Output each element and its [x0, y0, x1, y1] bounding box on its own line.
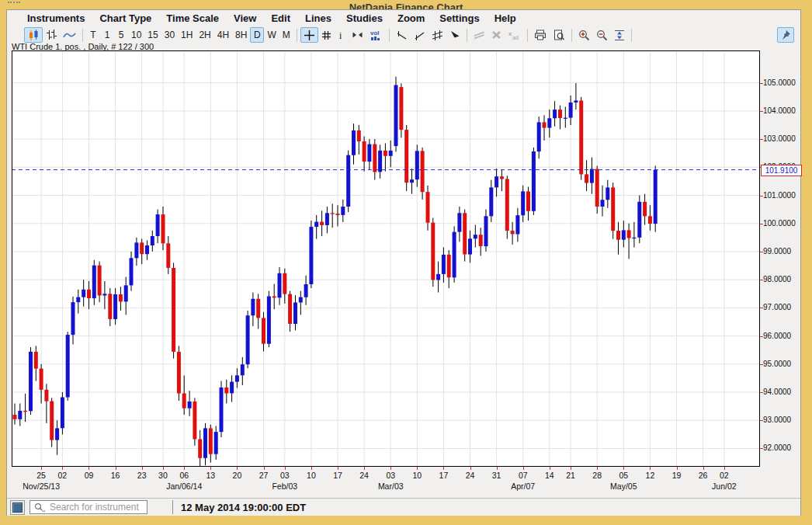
x-axis-tick [41, 467, 42, 470]
timeframe-tick-button[interactable]: T [86, 27, 100, 43]
x-axis-tick [264, 467, 265, 470]
volume-icon: vol [370, 30, 383, 40]
x-axis-tick [116, 467, 116, 470]
zoomout-icon [596, 30, 608, 41]
chart-plot-area[interactable] [12, 50, 760, 467]
menu-view[interactable]: View [234, 12, 256, 24]
line-chart-button[interactable] [60, 27, 79, 43]
timeframe-monthly-button[interactable]: M [279, 27, 293, 43]
trend2-icon [414, 30, 425, 40]
menu-instruments[interactable]: Instruments [27, 12, 85, 24]
y-axis-tick [760, 420, 763, 421]
svg-text:all: all [512, 34, 519, 40]
instrument-list-icon [12, 502, 23, 513]
print-preview-button[interactable] [550, 27, 568, 43]
y-axis-label: 96.0000 [763, 332, 805, 340]
x-axis-tick [597, 467, 598, 470]
y-axis-label: 98.0000 [763, 275, 805, 283]
candlestick-chart[interactable] [12, 50, 760, 467]
horizontal-resize-button[interactable] [349, 27, 366, 43]
timeframe-4h-button[interactable]: 4H [214, 27, 232, 43]
y-axis-tick [760, 139, 763, 140]
x-axis-label: 28 [588, 471, 606, 480]
delete-all-lines-button[interactable]: xall [505, 27, 524, 43]
bars-icon [46, 30, 57, 40]
timeframe-daily-button[interactable]: D [250, 27, 264, 43]
x-axis-tick [724, 467, 725, 470]
toolbar-separator [467, 29, 467, 42]
candlestick-chart-button[interactable] [24, 27, 43, 43]
menu-lines[interactable]: Lines [305, 12, 331, 24]
crosshair-button[interactable] [300, 27, 318, 43]
status-bar: Search for instrument 12 May 2014 19:00:… [7, 498, 800, 516]
trendline-angle-button[interactable] [411, 27, 429, 43]
grid-toggle-button[interactable] [318, 27, 335, 43]
toolbar-separator [297, 29, 297, 42]
preview-icon [553, 30, 565, 40]
timeframe-2h-button[interactable]: 2H [196, 27, 213, 43]
menu-help[interactable]: Help [494, 12, 516, 24]
menu-bar: InstrumentsChart TypeTime ScaleViewEditL… [7, 10, 800, 26]
x-axis-label: 13 [202, 471, 219, 480]
instrument-list-button[interactable] [10, 500, 25, 515]
print-button[interactable] [531, 27, 550, 43]
volume-toggle-button[interactable]: vol [366, 27, 386, 43]
channel-icon [432, 30, 443, 40]
x-axis-label: 06 [175, 471, 193, 480]
y-axis-label: 92.0000 [763, 443, 805, 452]
window-titlebar[interactable]: NetDania Finance Chart [0, 0, 812, 9]
y-axis-tick [760, 308, 763, 308]
x-axis-tick [364, 467, 365, 470]
timeframe-10min-button[interactable]: 10 [128, 27, 144, 43]
fit-vertical-button[interactable] [611, 27, 628, 43]
y-axis-label: 105.0000 [763, 78, 805, 87]
last-update-timestamp: 12 May 2014 19:00:00 EDT [181, 502, 306, 513]
pin-icon [780, 30, 791, 40]
toolbar-separator [527, 29, 528, 42]
x-axis-month-label: Apr/07 [498, 482, 548, 491]
x-axis-label: 30 [154, 471, 172, 480]
trendline-button[interactable] [393, 27, 411, 43]
info-button[interactable]: i [335, 27, 349, 43]
timeframe-8h-button[interactable]: 8H [232, 27, 250, 43]
x-axis-label: 02 [716, 471, 733, 480]
timeframe-1h-button[interactable]: 1H [178, 27, 196, 43]
y-axis-label: 104.0000 [763, 106, 805, 115]
parallel-channel-button[interactable] [429, 27, 446, 43]
timeframe-1min-button[interactable]: 1 [100, 27, 114, 43]
x-axis-tick [523, 467, 524, 470]
menu-studies[interactable]: Studies [346, 12, 383, 24]
timeframe-15min-button[interactable]: 15 [144, 27, 161, 43]
delete-line-button[interactable] [488, 27, 505, 43]
ray-arrow-button[interactable] [446, 27, 463, 43]
menu-time-scale[interactable]: Time Scale [166, 12, 219, 24]
menu-chart-type[interactable]: Chart Type [99, 12, 151, 24]
y-axis-tick [760, 364, 763, 365]
x-axis-month-label: Jun/02 [699, 482, 749, 491]
timeframe-30min-button[interactable]: 30 [161, 27, 178, 43]
x-axis-month-label: Jan/06/14 [159, 482, 209, 491]
timeframe-weekly-button[interactable]: W [264, 27, 279, 43]
toolbar-separator [389, 29, 390, 42]
zoom-in-button[interactable] [575, 27, 593, 43]
candles-icon [27, 30, 40, 41]
x-axis-label: 17 [329, 471, 346, 480]
x-axis-tick [677, 467, 678, 470]
y-axis-tick [760, 252, 763, 252]
x-axis-label: 09 [80, 471, 97, 480]
x-axis-label: 26 [695, 471, 712, 480]
svg-text:vol: vol [370, 30, 380, 37]
menu-settings[interactable]: Settings [439, 12, 479, 24]
menu-zoom[interactable]: Zoom [397, 12, 425, 24]
menu-edit[interactable]: Edit [271, 12, 290, 24]
timeframe-5min-button[interactable]: 5 [114, 27, 128, 43]
ohlc-bars-button[interactable] [43, 27, 60, 43]
fit-icon [614, 30, 625, 41]
search-input[interactable]: Search for instrument [29, 500, 147, 514]
x-axis-tick [285, 467, 286, 470]
y-axis-label: 95.0000 [763, 360, 805, 368]
zoom-out-button[interactable] [593, 27, 611, 43]
pin-window-button[interactable] [777, 27, 794, 43]
remove-line-button[interactable] [470, 27, 488, 43]
x-axis-label: 02 [54, 471, 71, 480]
